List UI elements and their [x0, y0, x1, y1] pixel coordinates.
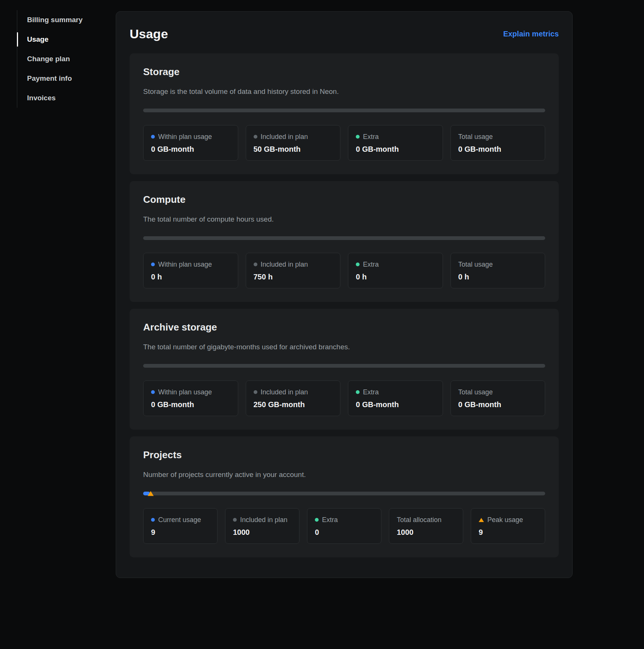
gray-dot-icon: [254, 263, 257, 266]
stat-included-in-plan: Included in plan 250 GB-month: [246, 380, 341, 416]
sidebar-item-usage[interactable]: Usage: [17, 30, 109, 49]
stat-label-row: Within plan usage: [151, 132, 230, 141]
stat-extra: Extra 0: [307, 508, 381, 544]
billing-sidebar: Billing summary Usage Change plan Paymen…: [17, 10, 109, 108]
stat-value: 0 h: [458, 273, 538, 281]
stat-value: 1000: [233, 528, 292, 537]
stat-label-row: Extra: [315, 515, 373, 524]
blue-dot-icon: [151, 518, 155, 522]
stat-within-plan-usage: Within plan usage 0 h: [143, 253, 238, 288]
stat-value: 0 GB-month: [151, 145, 230, 154]
stat-extra: Extra 0 h: [348, 253, 443, 288]
stats-row: Within plan usage 0 GB-month Included in…: [143, 125, 545, 161]
blue-dot-icon: [151, 390, 155, 394]
stat-label-row: Total usage: [458, 388, 538, 397]
sidebar-item-payment-info[interactable]: Payment info: [17, 69, 109, 88]
stat-label: Included in plan: [261, 388, 308, 397]
stat-label-row: Total usage: [458, 260, 538, 269]
stat-label: Extra: [322, 515, 338, 524]
stat-total-usage: Total usage 0 GB-month: [450, 380, 546, 416]
stat-label: Current usage: [158, 515, 201, 524]
stat-label-row: Total usage: [458, 132, 538, 141]
gray-dot-icon: [233, 518, 237, 522]
stat-value: 0 GB-month: [458, 145, 538, 154]
stat-value: 9: [151, 528, 210, 537]
stat-label: Total usage: [458, 260, 493, 269]
compute-progress-bar: [143, 236, 545, 240]
usage-panel: Usage Explain metrics Storage Storage is…: [116, 11, 573, 578]
stat-label-row: Included in plan: [254, 260, 333, 269]
stat-label-row: Within plan usage: [151, 388, 230, 397]
card-description: The total number of compute hours used.: [143, 214, 545, 224]
stat-value: 250 GB-month: [254, 400, 333, 409]
card-title: Archive storage: [143, 321, 545, 333]
stat-label: Total usage: [458, 132, 493, 141]
projects-progress-bar: [143, 492, 545, 495]
card-description: Number of projects currently active in y…: [143, 470, 545, 480]
stat-label-row: Included in plan: [254, 388, 333, 397]
archive-storage-card: Archive storage The total number of giga…: [130, 309, 559, 430]
card-title: Projects: [143, 449, 545, 461]
card-description: Storage is the total volume of data and …: [143, 87, 545, 97]
stat-extra: Extra 0 GB-month: [348, 380, 443, 416]
stat-label-row: Extra: [356, 132, 435, 141]
stat-label: Total usage: [458, 388, 493, 397]
peak-usage-marker-icon: [148, 491, 154, 496]
stats-row: Current usage 9 Included in plan 1000 Ex…: [143, 508, 545, 544]
stat-value: 9: [479, 528, 537, 537]
stat-label: Included in plan: [240, 515, 287, 524]
stat-label: Extra: [363, 260, 379, 269]
projects-card: Projects Number of projects currently ac…: [130, 436, 559, 557]
stat-value: 750 h: [254, 273, 333, 281]
blue-dot-icon: [151, 135, 155, 139]
stat-peak-usage: Peak usage 9: [471, 508, 545, 544]
page-title: Usage: [130, 27, 168, 41]
stat-label-row: Extra: [356, 388, 435, 397]
panel-header: Usage Explain metrics: [130, 27, 559, 41]
stat-label: Included in plan: [261, 132, 308, 141]
stat-within-plan-usage: Within plan usage 0 GB-month: [143, 125, 238, 161]
sidebar-item-change-plan[interactable]: Change plan: [17, 49, 109, 69]
stat-within-plan-usage: Within plan usage 0 GB-month: [143, 380, 238, 416]
stats-row: Within plan usage 0 GB-month Included in…: [143, 380, 545, 416]
stat-label: Peak usage: [487, 515, 523, 524]
explain-metrics-link[interactable]: Explain metrics: [503, 30, 559, 38]
green-dot-icon: [356, 390, 360, 394]
stat-extra: Extra 0 GB-month: [348, 125, 443, 161]
stat-value: 1000: [397, 528, 455, 537]
green-dot-icon: [315, 518, 319, 522]
stat-label-row: Within plan usage: [151, 260, 230, 269]
gray-dot-icon: [254, 390, 257, 394]
sidebar-item-invoices[interactable]: Invoices: [17, 88, 109, 108]
orange-triangle-icon: [479, 518, 484, 522]
stat-value: 0 h: [151, 273, 230, 281]
stat-value: 50 GB-month: [254, 145, 333, 154]
stat-total-usage: Total usage 0 GB-month: [450, 125, 546, 161]
stats-row: Within plan usage 0 h Included in plan 7…: [143, 253, 545, 288]
archive-progress-bar: [143, 364, 545, 368]
stat-included-in-plan: Included in plan 1000: [225, 508, 299, 544]
card-title: Storage: [143, 66, 545, 78]
stat-label-row: Total allocation: [397, 515, 455, 524]
stat-total-usage: Total usage 0 h: [450, 253, 546, 288]
storage-progress-bar: [143, 109, 545, 112]
stat-label: Total allocation: [397, 515, 441, 524]
stat-label-row: Current usage: [151, 515, 210, 524]
green-dot-icon: [356, 135, 360, 139]
stat-total-allocation: Total allocation 1000: [389, 508, 463, 544]
compute-card: Compute The total number of compute hour…: [130, 181, 559, 302]
card-description: The total number of gigabyte-months used…: [143, 342, 545, 352]
storage-card: Storage Storage is the total volume of d…: [130, 53, 559, 174]
sidebar-item-billing-summary[interactable]: Billing summary: [17, 10, 109, 30]
stat-current-usage: Current usage 9: [143, 508, 218, 544]
blue-dot-icon: [151, 263, 155, 266]
stat-value: 0: [315, 528, 373, 537]
stat-value: 0 GB-month: [356, 145, 435, 154]
stat-label-row: Extra: [356, 260, 435, 269]
card-title: Compute: [143, 194, 545, 205]
stat-label-row: Included in plan: [233, 515, 292, 524]
stat-value: 0 GB-month: [356, 400, 435, 409]
green-dot-icon: [356, 263, 360, 266]
stat-label: Extra: [363, 388, 379, 397]
stat-label: Within plan usage: [158, 260, 212, 269]
